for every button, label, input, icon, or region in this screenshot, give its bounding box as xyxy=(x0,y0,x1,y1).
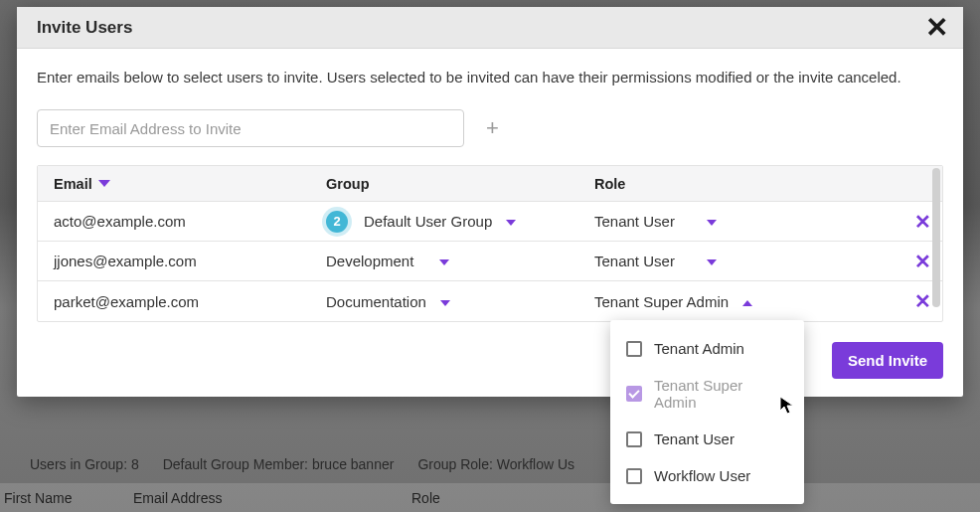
default-group-member: Default Group Member: bruce banner xyxy=(163,456,395,472)
group-count-badge: 2 xyxy=(326,211,348,233)
cell-group[interactable]: Development xyxy=(326,253,594,269)
scrollbar[interactable] xyxy=(932,168,940,307)
table-header: Email Group Role xyxy=(38,166,942,202)
group-text: Documentation xyxy=(326,293,426,310)
chevron-down-icon xyxy=(707,253,717,269)
role-text: Tenant User xyxy=(594,253,675,269)
modal-body: Enter emails below to select users to in… xyxy=(17,49,963,397)
role-text: Tenant User xyxy=(594,213,675,230)
col-header-role[interactable]: Role xyxy=(594,176,902,192)
role-option-label: Workflow User xyxy=(654,467,750,484)
send-invite-button[interactable]: Send Invite xyxy=(832,342,943,379)
bg-col-role: Role xyxy=(411,490,440,506)
table-row: parket@example.com Documentation Tenant … xyxy=(38,281,942,321)
checkbox-icon xyxy=(626,341,642,357)
add-email-button[interactable]: + xyxy=(486,117,508,139)
col-header-email[interactable]: Email xyxy=(38,176,326,192)
modal-header: Invite Users ✕ xyxy=(17,7,963,49)
table-row: jjones@example.com Development Tenant Us… xyxy=(38,242,942,281)
email-text: acto@example.com xyxy=(54,213,186,230)
chevron-down-icon xyxy=(506,213,516,230)
role-option-label: Tenant User xyxy=(654,430,735,447)
background-table-header: First Name Email Address Role xyxy=(0,483,980,512)
close-icon[interactable]: ✕ xyxy=(923,15,949,41)
chevron-down-icon xyxy=(707,213,717,230)
role-option[interactable]: Tenant User xyxy=(610,421,804,457)
cell-role[interactable]: Tenant User xyxy=(594,213,902,230)
group-role: Group Role: Workflow Us xyxy=(417,456,574,472)
col-header-email-label: Email xyxy=(54,176,92,192)
table-row: acto@example.com 2 Default User Group Te… xyxy=(38,202,942,242)
col-header-group-label: Group xyxy=(326,176,370,192)
col-header-group[interactable]: Group xyxy=(326,176,594,192)
remove-row-button[interactable]: ✕ xyxy=(914,251,931,272)
users-in-group: Users in Group: 8 xyxy=(30,456,139,472)
remove-row-button[interactable]: ✕ xyxy=(914,211,931,233)
sort-descending-icon xyxy=(98,180,110,187)
chevron-down-icon xyxy=(439,253,449,269)
table-body: acto@example.com 2 Default User Group Te… xyxy=(38,202,942,321)
checkbox-icon xyxy=(626,468,642,484)
chevron-down-icon xyxy=(440,293,450,310)
email-text: parket@example.com xyxy=(54,293,199,310)
email-input[interactable] xyxy=(37,109,464,147)
modal-title: Invite Users xyxy=(37,18,132,38)
email-entry-row: + xyxy=(37,109,943,147)
group-info-bar: Users in Group: 8 Default Group Member: … xyxy=(10,449,970,479)
checkbox-icon xyxy=(626,431,642,447)
cell-email: acto@example.com xyxy=(38,213,326,230)
cell-group[interactable]: Documentation xyxy=(326,293,594,310)
cell-role[interactable]: Tenant User xyxy=(594,253,902,269)
group-text: Development xyxy=(326,253,413,269)
chevron-up-icon xyxy=(742,293,752,310)
modal-footer: Send Invite xyxy=(37,342,943,379)
bg-col-first-name: First Name xyxy=(4,490,133,506)
cell-email: jjones@example.com xyxy=(38,253,326,269)
role-option-label: Tenant Super Admin xyxy=(654,377,788,411)
remove-row-button[interactable]: ✕ xyxy=(914,290,931,312)
email-text: jjones@example.com xyxy=(54,253,197,269)
role-option-label: Tenant Admin xyxy=(654,340,744,357)
group-text: Default User Group xyxy=(364,213,492,230)
bg-col-email: Email Address xyxy=(133,490,411,506)
invite-table: Email Group Role acto@example.com xyxy=(37,165,943,322)
cell-role[interactable]: Tenant Super Admin xyxy=(594,293,902,310)
modal-description: Enter emails below to select users to in… xyxy=(37,69,943,85)
role-dropdown[interactable]: Tenant Admin Tenant Super Admin Tenant U… xyxy=(610,320,804,504)
cell-group[interactable]: 2 Default User Group xyxy=(326,211,594,233)
role-option[interactable]: Tenant Super Admin xyxy=(610,367,804,421)
role-option[interactable]: Tenant Admin xyxy=(610,330,804,367)
checkbox-checked-icon xyxy=(626,386,642,402)
role-text: Tenant Super Admin xyxy=(594,293,729,310)
cell-email: parket@example.com xyxy=(38,293,326,310)
col-header-role-label: Role xyxy=(594,176,625,192)
role-option[interactable]: Workflow User xyxy=(610,457,804,494)
invite-users-modal: Invite Users ✕ Enter emails below to sel… xyxy=(17,7,963,397)
